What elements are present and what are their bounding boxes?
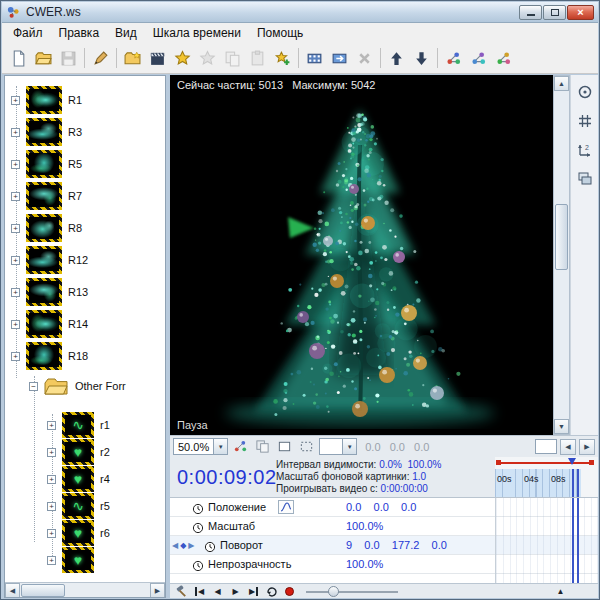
paste-icon[interactable] bbox=[245, 46, 270, 71]
tools-icon[interactable] bbox=[174, 585, 189, 598]
emitter-red-icon[interactable] bbox=[441, 46, 466, 71]
first-frame-icon[interactable]: ◀ bbox=[192, 585, 207, 598]
new-folder-icon[interactable] bbox=[120, 46, 145, 71]
tree-item[interactable]: +R1 bbox=[11, 86, 82, 114]
tree-item[interactable]: +R7 bbox=[11, 182, 82, 210]
step-back-icon[interactable]: ◀ bbox=[210, 585, 225, 598]
scroll-up-icon[interactable]: ▲ bbox=[554, 76, 569, 91]
delete-icon[interactable] bbox=[352, 46, 377, 71]
export-frames-icon[interactable] bbox=[302, 46, 327, 71]
curve-editor-icon[interactable] bbox=[278, 500, 294, 514]
color-swatch[interactable] bbox=[535, 439, 557, 454]
import-frames-icon[interactable] bbox=[327, 46, 352, 71]
tree-item[interactable]: +R13 bbox=[11, 278, 88, 306]
keyframe-line[interactable] bbox=[577, 469, 579, 497]
tree-item[interactable]: +R8 bbox=[11, 214, 82, 242]
clapperboard-icon[interactable] bbox=[145, 46, 170, 71]
tree-item[interactable]: +♥r2 bbox=[47, 439, 110, 465]
frame-icon[interactable] bbox=[275, 438, 294, 456]
copy-view-icon[interactable] bbox=[253, 438, 272, 456]
tree-item[interactable]: +R3 bbox=[11, 118, 82, 146]
visible-range[interactable]: 00s 04s 08s bbox=[495, 469, 581, 497]
interval-start-handle[interactable] bbox=[496, 460, 501, 465]
close-button[interactable]: × bbox=[567, 5, 594, 20]
grid-icon[interactable] bbox=[574, 111, 596, 131]
copy-icon[interactable] bbox=[220, 46, 245, 71]
tree-item[interactable]: +R14 bbox=[11, 310, 88, 338]
expand-icon[interactable]: + bbox=[11, 320, 20, 329]
title-bar[interactable]: CWER.ws × bbox=[2, 2, 598, 23]
expand-icon[interactable]: + bbox=[11, 352, 20, 361]
menu-edit[interactable]: Правка bbox=[51, 24, 108, 42]
ring-icon[interactable] bbox=[574, 82, 596, 102]
tree-item[interactable]: +♥ bbox=[47, 547, 94, 573]
screen-capture-icon[interactable] bbox=[88, 46, 113, 71]
keyframe-line[interactable] bbox=[572, 469, 574, 497]
timeline-ruler[interactable]: 00s 04s 08s bbox=[495, 457, 598, 497]
particles-view-icon[interactable] bbox=[231, 438, 250, 456]
menu-view[interactable]: Вид bbox=[107, 24, 145, 42]
playhead-marker[interactable] bbox=[568, 458, 576, 465]
record-icon[interactable] bbox=[282, 585, 297, 598]
emitter-green-icon[interactable] bbox=[491, 46, 516, 71]
viewport-vertical-scrollbar[interactable]: ▲ ▼ bbox=[553, 75, 570, 435]
scrollbar-thumb[interactable] bbox=[21, 584, 65, 597]
new-star-icon[interactable] bbox=[170, 46, 195, 71]
play-icon[interactable]: ▶ bbox=[228, 585, 243, 598]
interval-end-handle[interactable] bbox=[589, 460, 594, 465]
tree-item[interactable]: +♥r6 bbox=[47, 520, 110, 546]
prev-key-icon[interactable]: ◀ bbox=[172, 541, 178, 550]
move-down-icon[interactable] bbox=[409, 46, 434, 71]
add-star-icon[interactable] bbox=[270, 46, 295, 71]
expand-icon[interactable]: + bbox=[11, 224, 20, 233]
background-select[interactable]: ▼ bbox=[319, 438, 357, 455]
tree-item[interactable]: +R12 bbox=[11, 246, 88, 274]
scrollbar-thumb[interactable] bbox=[555, 204, 568, 270]
slider-handle[interactable] bbox=[328, 586, 339, 597]
pan-left-icon[interactable]: ◀ bbox=[560, 439, 576, 455]
loop-icon[interactable] bbox=[264, 585, 279, 598]
axes-icon[interactable]: 2 bbox=[574, 140, 596, 160]
expand-icon[interactable]: + bbox=[47, 421, 56, 430]
zoom-select[interactable]: 50.0%▼ bbox=[173, 438, 228, 455]
preview-viewport[interactable]: Сейчас частиц: 5013 Максимум: 5042 Пауза bbox=[170, 75, 553, 435]
tree-item[interactable]: +♥r4 bbox=[47, 466, 110, 492]
expand-icon[interactable]: + bbox=[11, 288, 20, 297]
next-key-icon[interactable]: ▶ bbox=[188, 541, 194, 550]
last-frame-icon[interactable]: ▶ bbox=[246, 585, 261, 598]
chevron-down-icon[interactable]: ▼ bbox=[213, 439, 227, 454]
scroll-down-icon[interactable]: ▼ bbox=[554, 419, 569, 434]
expand-icon[interactable]: + bbox=[47, 502, 56, 511]
tree-item[interactable]: +∿r5 bbox=[47, 493, 110, 519]
save-icon[interactable] bbox=[56, 46, 81, 71]
expand-icon[interactable]: + bbox=[47, 448, 56, 457]
selection-icon[interactable] bbox=[297, 438, 316, 456]
tree-horizontal-scrollbar[interactable]: ◀ ▶ bbox=[5, 582, 165, 597]
expand-icon[interactable]: + bbox=[11, 128, 20, 137]
pan-right-icon[interactable]: ▶ bbox=[579, 439, 595, 455]
expand-icon[interactable]: + bbox=[11, 160, 20, 169]
tracks-timeline-area[interactable] bbox=[495, 498, 598, 583]
collapse-icon[interactable]: − bbox=[29, 382, 38, 391]
expand-icon[interactable]: + bbox=[47, 556, 56, 565]
key-diamond-icon[interactable]: ◆ bbox=[180, 541, 186, 550]
keyframe-line[interactable] bbox=[572, 498, 574, 584]
keyframe-line[interactable] bbox=[577, 498, 579, 584]
emitter-blue-icon[interactable] bbox=[466, 46, 491, 71]
menu-timeline[interactable]: Шкала времени bbox=[145, 24, 249, 42]
scroll-right-icon[interactable]: ▶ bbox=[150, 583, 165, 598]
tree-item[interactable]: +R18 bbox=[11, 342, 88, 370]
expand-panel-icon[interactable]: ▲ bbox=[553, 585, 568, 598]
expand-icon[interactable]: + bbox=[11, 256, 20, 265]
speed-slider[interactable] bbox=[306, 585, 398, 598]
minimize-button[interactable] bbox=[519, 5, 542, 20]
expand-icon[interactable]: + bbox=[11, 192, 20, 201]
tree-item[interactable]: +R5 bbox=[11, 150, 82, 178]
new-document-icon[interactable] bbox=[6, 46, 31, 71]
menu-help[interactable]: Помощь bbox=[249, 24, 311, 42]
expand-icon[interactable]: + bbox=[47, 529, 56, 538]
chevron-down-icon[interactable]: ▼ bbox=[342, 439, 356, 454]
layers-icon[interactable] bbox=[574, 169, 596, 189]
tree-item[interactable]: +∿r1 bbox=[47, 412, 110, 438]
scroll-left-icon[interactable]: ◀ bbox=[5, 583, 20, 598]
